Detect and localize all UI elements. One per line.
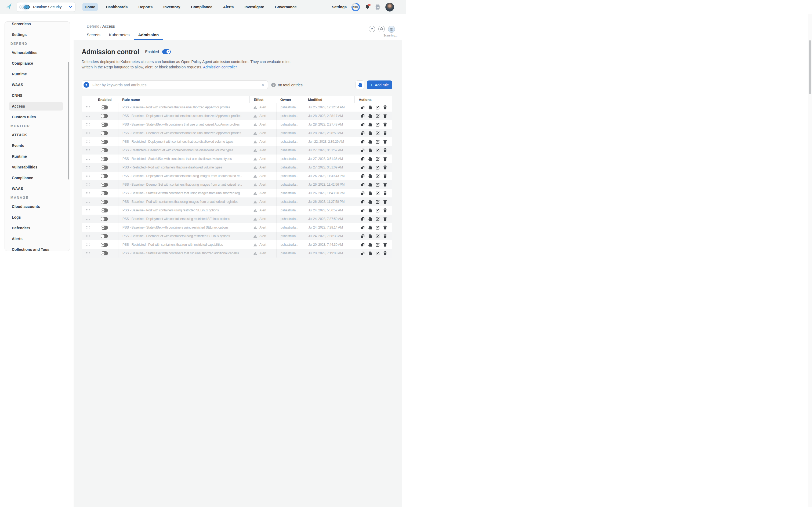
rule-enabled-toggle[interactable]	[101, 157, 108, 161]
admission-control-toggle[interactable]: ✓	[162, 49, 171, 54]
col-modified[interactable]: Modified	[304, 96, 355, 103]
duplicate-rule-icon[interactable]	[361, 123, 365, 127]
delete-rule-icon[interactable]	[383, 200, 387, 204]
export-rule-icon[interactable]	[368, 140, 372, 144]
settings-link[interactable]: Settings	[332, 5, 347, 9]
help-icon[interactable]: ?	[369, 26, 375, 32]
duplicate-rule-icon[interactable]	[361, 114, 365, 118]
edit-rule-icon[interactable]	[376, 131, 380, 135]
edit-rule-icon[interactable]	[376, 243, 380, 247]
sidebar-item-logs[interactable]: Logs	[5, 212, 70, 223]
rule-enabled-toggle[interactable]	[101, 209, 108, 213]
sidebar-item-settings[interactable]: Settings	[5, 29, 70, 40]
rule-enabled-toggle[interactable]	[101, 200, 108, 204]
rule-name[interactable]: PSS - Baseline - Deployment with contain…	[118, 112, 250, 120]
scanning-status-icon[interactable]	[388, 26, 395, 33]
rule-name[interactable]: PSS - Baseline - StatefulSet with contai…	[118, 120, 250, 129]
sidebar-item-collections-and-tags[interactable]: Collections and Tags	[5, 244, 70, 251]
sidebar-item-serverless[interactable]: Serverless	[5, 21, 70, 29]
rule-name[interactable]: PSS - Baseline - DaemonSet with containe…	[118, 180, 250, 189]
edit-rule-icon[interactable]	[376, 217, 380, 221]
edit-rule-icon[interactable]	[376, 174, 380, 178]
rule-enabled-toggle[interactable]	[101, 251, 108, 254]
entries-help-icon[interactable]: ?	[271, 82, 276, 87]
product-switcher[interactable]: Runtime Security	[17, 2, 75, 12]
rule-name[interactable]: PSS - Baseline - StatefulSet with contai…	[118, 249, 250, 253]
edit-rule-icon[interactable]	[376, 226, 380, 230]
duplicate-rule-icon[interactable]	[361, 200, 365, 204]
rule-enabled-toggle[interactable]	[101, 123, 108, 127]
delete-rule-icon[interactable]	[383, 251, 387, 254]
delete-rule-icon[interactable]	[383, 226, 387, 230]
row-drag-handle[interactable]	[82, 112, 94, 120]
export-rule-icon[interactable]	[368, 191, 372, 195]
rule-enabled-toggle[interactable]	[101, 234, 108, 238]
nav-item-reports[interactable]: Reports	[136, 3, 155, 11]
export-rule-icon[interactable]	[368, 234, 372, 238]
nav-item-inventory[interactable]: Inventory	[161, 3, 183, 11]
edit-rule-icon[interactable]	[376, 251, 380, 254]
edit-rule-icon[interactable]	[376, 191, 380, 195]
sidebar-item-alerts[interactable]: Alerts	[5, 233, 70, 244]
tab-admission[interactable]: Admission	[134, 29, 163, 40]
rule-enabled-toggle[interactable]	[101, 217, 108, 221]
export-rule-icon[interactable]	[368, 226, 372, 230]
sidebar-item-compliance[interactable]: Compliance	[5, 58, 70, 69]
notifications-bell-icon[interactable]	[365, 4, 370, 10]
export-rule-icon[interactable]	[368, 243, 372, 247]
row-drag-handle[interactable]	[82, 223, 94, 232]
duplicate-rule-icon[interactable]	[361, 209, 365, 213]
delete-rule-icon[interactable]	[383, 174, 387, 178]
rule-name[interactable]: PSS - Restricted - StatefulSet with cont…	[118, 155, 250, 163]
rule-enabled-toggle[interactable]	[101, 105, 108, 109]
sidebar-item-vulnerabilities[interactable]: Vulnerabilities	[5, 47, 70, 58]
delete-rule-icon[interactable]	[383, 148, 387, 152]
nav-item-home[interactable]: Home	[83, 3, 98, 11]
delete-rule-icon[interactable]	[383, 131, 387, 135]
duplicate-rule-icon[interactable]	[361, 157, 365, 161]
duplicate-rule-icon[interactable]	[361, 140, 365, 144]
rule-enabled-toggle[interactable]	[101, 191, 108, 195]
rule-name[interactable]: PSS - Baseline - Pod with containers usi…	[118, 206, 250, 215]
nav-item-governance[interactable]: Governance	[272, 3, 299, 11]
row-drag-handle[interactable]	[82, 172, 94, 180]
rule-name[interactable]: PSS - Baseline - Pod with containers tha…	[118, 103, 250, 112]
row-drag-handle[interactable]	[82, 155, 94, 163]
rule-name[interactable]: PSS - Restricted - Pod with containers t…	[118, 240, 250, 249]
col-owner[interactable]: Owner	[276, 96, 304, 103]
sidebar-item-waas[interactable]: WAAS	[5, 183, 70, 194]
row-drag-handle[interactable]	[82, 249, 94, 253]
rule-enabled-toggle[interactable]	[101, 226, 108, 230]
breadcrumb-parent[interactable]: Defend	[87, 24, 99, 29]
delete-rule-icon[interactable]	[383, 123, 387, 127]
sidebar-item-vulnerabilities[interactable]: Vulnerabilities	[5, 162, 70, 172]
duplicate-rule-icon[interactable]	[361, 226, 365, 230]
row-drag-handle[interactable]	[82, 103, 94, 112]
duplicate-rule-icon[interactable]	[361, 148, 365, 152]
duplicate-rule-icon[interactable]	[361, 217, 365, 221]
export-rule-icon[interactable]	[368, 131, 372, 135]
export-rule-icon[interactable]	[368, 251, 372, 254]
delete-rule-icon[interactable]	[383, 157, 387, 161]
prisma-logo-icon[interactable]	[6, 3, 13, 11]
user-avatar[interactable]	[385, 3, 394, 11]
rule-name[interactable]: PSS - Baseline - Deployment with contain…	[118, 215, 250, 223]
export-rule-icon[interactable]	[368, 166, 372, 170]
edit-rule-icon[interactable]	[376, 157, 380, 161]
edit-rule-icon[interactable]	[376, 114, 380, 118]
export-rule-icon[interactable]	[368, 105, 372, 109]
ai-chip-icon[interactable]: AI	[375, 4, 380, 10]
rule-name[interactable]: PSS - Restricted - Pod with containers t…	[118, 163, 250, 172]
rule-enabled-toggle[interactable]	[101, 140, 108, 144]
row-drag-handle[interactable]	[82, 180, 94, 189]
export-rule-icon[interactable]	[368, 148, 372, 152]
edit-rule-icon[interactable]	[376, 200, 380, 204]
admission-controller-link[interactable]: Admission controller	[203, 65, 237, 69]
rule-enabled-toggle[interactable]	[101, 131, 108, 135]
row-drag-handle[interactable]	[82, 146, 94, 155]
sidebar-scrollbar[interactable]	[68, 62, 69, 179]
duplicate-rule-icon[interactable]	[361, 251, 365, 254]
duplicate-rule-icon[interactable]	[361, 174, 365, 178]
edit-rule-icon[interactable]	[376, 183, 380, 187]
delete-rule-icon[interactable]	[383, 166, 387, 170]
